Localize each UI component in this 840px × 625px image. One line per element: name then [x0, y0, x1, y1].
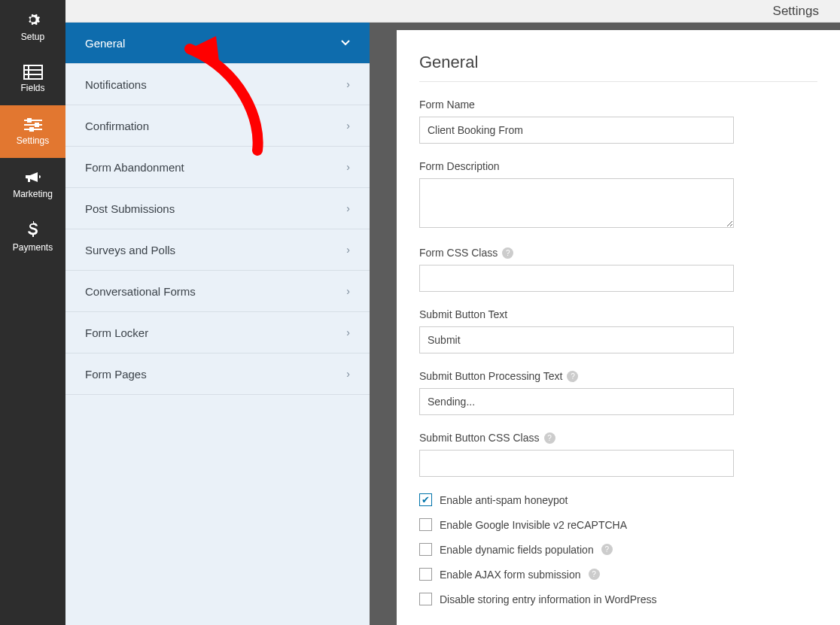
page-title: Settings	[773, 4, 819, 19]
form-description-input[interactable]	[419, 178, 734, 228]
chevron-right-icon: ›	[346, 285, 350, 297]
field-label: Submit Button CSS Class ?	[419, 432, 817, 444]
leftbar-item-marketing[interactable]: Marketing	[0, 158, 65, 211]
panel-item-label: Form Locker	[85, 326, 148, 339]
help-icon[interactable]: ?	[567, 371, 578, 382]
field-label: Submit Button Text	[419, 308, 817, 320]
field-form-css-class: Form CSS Class ?	[419, 247, 817, 292]
chevron-right-icon: ›	[346, 78, 350, 90]
divider	[419, 81, 817, 82]
list-icon	[23, 65, 43, 80]
leftbar-label: Settings	[17, 135, 49, 146]
checkbox-label: Enable dynamic fields population	[440, 544, 594, 556]
help-icon[interactable]: ?	[589, 569, 600, 580]
field-label: Form Name	[419, 99, 817, 111]
svg-rect-8	[35, 123, 38, 126]
checkbox-label: Enable AJAX form submission	[440, 569, 581, 581]
field-label-text: Submit Button CSS Class	[419, 432, 540, 444]
chevron-down-icon	[341, 40, 350, 46]
chevron-right-icon: ›	[346, 202, 350, 214]
panel-item-label: Conversational Forms	[85, 285, 196, 298]
leftbar-label: Setup	[21, 32, 44, 42]
leftbar-item-payments[interactable]: Payments	[0, 211, 65, 263]
panel-item-label: Surveys and Polls	[85, 244, 175, 256]
dark-gap	[370, 23, 397, 625]
form-css-class-input[interactable]	[419, 265, 734, 292]
checkbox-icon[interactable]	[419, 593, 432, 605]
field-label: Form Description	[419, 160, 817, 172]
panel-item-post-submissions[interactable]: Post Submissions ›	[65, 188, 370, 229]
body: General Notifications › Confirmation › F…	[65, 23, 840, 625]
panel-item-label: Post Submissions	[85, 202, 175, 215]
panel-item-label: Form Pages	[85, 368, 147, 381]
panel-item-surveys-polls[interactable]: Surveys and Polls ›	[65, 229, 370, 271]
field-submit-button-css-class: Submit Button CSS Class ?	[419, 432, 817, 477]
checkbox-icon[interactable]	[419, 493, 432, 506]
topbar: Settings	[65, 0, 840, 23]
field-form-description: Form Description	[419, 160, 817, 230]
main-content-wrap: General Form Name Form Description Form …	[397, 23, 840, 625]
settings-panel-list: General Notifications › Confirmation › F…	[65, 23, 370, 625]
panel-item-label: Form Abandonment	[85, 161, 184, 174]
section-heading: General	[419, 53, 817, 72]
panel-item-confirmation[interactable]: Confirmation ›	[65, 105, 370, 147]
help-icon[interactable]: ?	[502, 247, 513, 259]
submit-button-text-input[interactable]	[419, 326, 734, 353]
bullhorn-icon	[24, 169, 42, 186]
svg-rect-0	[24, 65, 42, 79]
chevron-right-icon: ›	[346, 244, 350, 256]
field-label: Submit Button Processing Text ?	[419, 370, 817, 382]
panel-item-label: General	[85, 37, 125, 50]
app-root: Setup Fields Settings Marketing Payments	[0, 0, 840, 625]
chevron-right-icon: ›	[346, 120, 350, 132]
field-label: Form CSS Class ?	[419, 247, 817, 259]
gear-icon	[24, 11, 42, 29]
panel-item-notifications[interactable]: Notifications ›	[65, 64, 370, 105]
checkbox-label: Disable storing entry information in Wor…	[440, 593, 656, 605]
sliders-icon	[24, 117, 42, 132]
leftbar-label: Fields	[20, 83, 44, 93]
left-sidebar: Setup Fields Settings Marketing Payments	[0, 0, 65, 625]
panel-item-conversational-forms[interactable]: Conversational Forms ›	[65, 271, 370, 312]
leftbar-label: Marketing	[13, 189, 53, 199]
chevron-right-icon: ›	[346, 368, 350, 380]
dollar-icon	[27, 221, 39, 239]
field-label-text: Form CSS Class	[419, 247, 498, 259]
checkbox-label: Enable Google Invisible v2 reCAPTCHA	[440, 519, 627, 531]
checkbox-icon[interactable]	[419, 568, 432, 581]
field-label-text: Submit Button Processing Text	[419, 370, 562, 382]
panel-item-form-pages[interactable]: Form Pages ›	[65, 353, 370, 395]
field-submit-button-text: Submit Button Text	[419, 308, 817, 353]
checkbox-icon[interactable]	[419, 518, 432, 531]
field-form-name: Form Name	[419, 99, 817, 144]
chevron-right-icon: ›	[346, 326, 350, 338]
help-icon[interactable]: ?	[601, 544, 613, 555]
svg-rect-7	[28, 119, 31, 122]
panel-item-form-abandonment[interactable]: Form Abandonment ›	[65, 147, 370, 188]
svg-rect-9	[30, 128, 33, 131]
checkbox-enable-honeypot[interactable]: Enable anti-spam honeypot	[419, 493, 817, 506]
leftbar-item-settings[interactable]: Settings	[0, 105, 65, 158]
leftbar-item-setup[interactable]: Setup	[0, 0, 65, 53]
panel-item-label: Confirmation	[85, 120, 149, 132]
main-card: General Form Name Form Description Form …	[397, 30, 840, 625]
right-area: Settings General Notifications › Confirm…	[65, 0, 840, 625]
leftbar-label: Payments	[13, 242, 53, 253]
help-icon[interactable]: ?	[544, 432, 555, 444]
submit-button-css-class-input[interactable]	[419, 450, 734, 477]
checkbox-enable-recaptcha[interactable]: Enable Google Invisible v2 reCAPTCHA	[419, 518, 817, 531]
leftbar-item-fields[interactable]: Fields	[0, 53, 65, 105]
checkbox-enable-ajax[interactable]: Enable AJAX form submission ?	[419, 568, 817, 581]
chevron-right-icon: ›	[346, 161, 350, 173]
panel-item-form-locker[interactable]: Form Locker ›	[65, 312, 370, 353]
checkbox-enable-dynamic-fields[interactable]: Enable dynamic fields population ?	[419, 543, 817, 556]
submit-button-processing-text-input[interactable]	[419, 388, 734, 415]
checkbox-icon[interactable]	[419, 543, 432, 556]
form-name-input[interactable]	[419, 117, 734, 144]
checkbox-label: Enable anti-spam honeypot	[440, 494, 568, 506]
checkbox-disable-storing[interactable]: Disable storing entry information in Wor…	[419, 593, 817, 605]
panel-item-label: Notifications	[85, 78, 147, 91]
field-submit-button-processing-text: Submit Button Processing Text ?	[419, 370, 817, 415]
panel-item-general[interactable]: General	[65, 23, 370, 64]
